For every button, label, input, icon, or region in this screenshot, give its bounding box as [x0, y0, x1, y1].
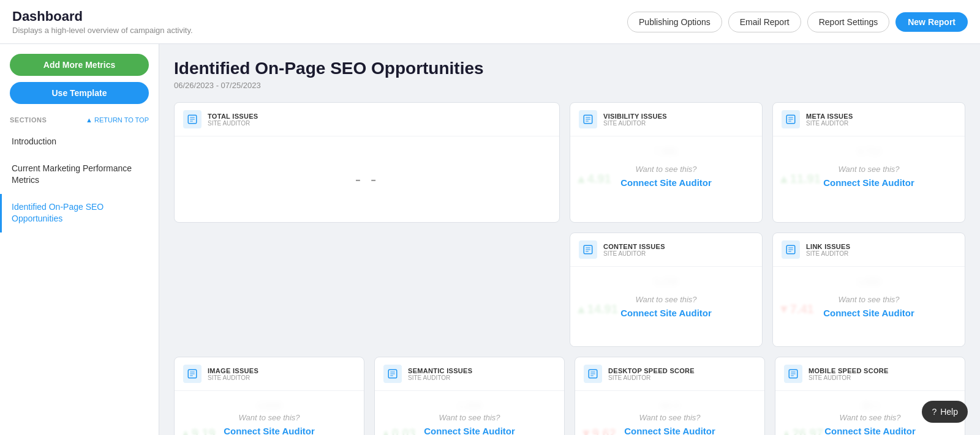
card-header-image: IMAGE ISSUES SITE AUDITOR: [175, 357, 364, 391]
main-content: Identified On-Page SEO Opportunities 06/…: [159, 44, 980, 435]
header-actions: Publishing Options Email Report Report S…: [627, 12, 968, 32]
card-mobile-speed: MOBILE SPEED SCORE SITE AUDITOR 38.1 Wan…: [775, 357, 965, 435]
cards-row1: TOTAL ISSUES SITE AUDITOR - - VISIBILITY…: [174, 102, 965, 223]
link-source: SITE AUDITOR: [806, 250, 850, 257]
layout: Add More Metrics Use Template SECTIONS ▲…: [0, 44, 980, 435]
link-body: 1,832 Want to see this? Connect Site Aud…: [773, 267, 965, 346]
new-report-button[interactable]: New Report: [895, 12, 968, 32]
total-issues-title: TOTAL ISSUES: [208, 113, 258, 120]
header-left: Dashboard Displays a high-level overview…: [12, 9, 193, 35]
add-more-metrics-button[interactable]: Add More Metrics: [10, 54, 149, 76]
arrow-up-icon: ▲: [86, 116, 92, 124]
semantic-connect-link[interactable]: Connect Site Auditor: [424, 426, 515, 435]
email-report-button[interactable]: Email Report: [728, 12, 801, 32]
mobile-connect-link[interactable]: Connect Site Auditor: [824, 426, 916, 435]
page-title: Identified On-Page SEO Opportunities: [174, 59, 965, 78]
help-button[interactable]: ? Help: [922, 401, 968, 423]
card-content-issues: CONTENT ISSUES SITE AUDITOR 5,234 Want t…: [570, 232, 763, 347]
link-title: LINK ISSUES: [806, 243, 850, 250]
semantic-want-to-see: Want to see this?: [439, 413, 500, 422]
content-source: SITE AUDITOR: [603, 250, 665, 257]
page-date: 06/26/2023 - 07/25/2023: [174, 81, 965, 90]
desktop-speed-title: DESKTOP SPEED SCORE: [608, 367, 695, 374]
total-issues-source: SITE AUDITOR: [208, 120, 258, 127]
visibility-connect-overlay: Want to see this? Connect Site Auditor: [570, 136, 762, 216]
content-connect-link[interactable]: Connect Site Auditor: [620, 308, 712, 318]
card-icon-semantic: [383, 365, 402, 383]
image-body: 2,819 Want to see this? Connect Site Aud…: [175, 391, 364, 435]
card-desktop-speed: DESKTOP SPEED SCORE SITE AUDITOR 64.3 Wa…: [575, 357, 765, 435]
card-header-semantic: SEMANTIC ISSUES SITE AUDITOR: [375, 357, 564, 391]
report-settings-button[interactable]: Report Settings: [807, 12, 890, 32]
link-connect-overlay: Want to see this? Connect Site Auditor: [773, 267, 965, 346]
mobile-want-to-see: Want to see this?: [839, 413, 900, 422]
content-body: 5,234 Want to see this? Connect Site Aud…: [570, 267, 762, 346]
cards-row2: CONTENT ISSUES SITE AUDITOR 5,234 Want t…: [174, 232, 965, 347]
semantic-body: 1,204 Want to see this? Connect Site Aud…: [375, 391, 564, 435]
card-icon-link: [782, 240, 800, 259]
link-want-to-see: Want to see this?: [838, 295, 899, 304]
meta-title: META ISSUES: [806, 113, 853, 120]
card-header-content: CONTENT ISSUES SITE AUDITOR: [570, 233, 762, 267]
sidebar-item-identified-seo[interactable]: Identified On-Page SEO Opportunities: [0, 194, 159, 232]
card-icon-meta: [782, 110, 800, 128]
visibility-title: VISIBILITY ISSUES: [603, 113, 667, 120]
card-header-meta: META ISSUES SITE AUDITOR: [773, 103, 965, 136]
card-semantic-issues: SEMANTIC ISSUES SITE AUDITOR 1,204 Want …: [374, 357, 565, 435]
card-icon-total-issues: [183, 110, 202, 128]
visibility-body: 7,481 Want to see this? Connect Site Aud…: [570, 136, 762, 216]
question-icon: ?: [932, 407, 937, 417]
card-icon-image: [183, 365, 202, 383]
sections-header: SECTIONS ▲ RETURN TO TOP: [0, 116, 159, 128]
image-connect-link[interactable]: Connect Site Auditor: [224, 426, 315, 435]
sidebar: Add More Metrics Use Template SECTIONS ▲…: [0, 44, 159, 435]
sections-label: SECTIONS: [10, 116, 47, 124]
cards-row3: IMAGE ISSUES SITE AUDITOR 2,819 Want to …: [174, 357, 965, 435]
card-header-mobile-speed: MOBILE SPEED SCORE SITE AUDITOR: [775, 357, 965, 391]
card-visibility-issues: VISIBILITY ISSUES SITE AUDITOR 7,481 Wan…: [570, 102, 763, 223]
image-connect-overlay: Want to see this? Connect Site Auditor: [175, 391, 364, 435]
card-icon-mobile-speed: [784, 365, 802, 383]
return-to-top-link[interactable]: ▲ RETURN TO TOP: [86, 116, 149, 124]
card-header-desktop-speed: DESKTOP SPEED SCORE SITE AUDITOR: [575, 357, 764, 391]
sidebar-item-introduction[interactable]: Introduction: [0, 128, 159, 155]
meta-want-to-see: Want to see this?: [838, 165, 899, 174]
sidebar-item-current-marketing[interactable]: Current Marketing Performance Metrics: [0, 155, 159, 194]
card-meta-issues: META ISSUES SITE AUDITOR 3,712 Want to s…: [772, 102, 965, 223]
visibility-connect-link[interactable]: Connect Site Auditor: [620, 177, 712, 188]
app-title: Dashboard: [12, 9, 193, 24]
meta-source: SITE AUDITOR: [806, 120, 853, 127]
card-header-link: LINK ISSUES SITE AUDITOR: [773, 233, 965, 267]
semantic-title: SEMANTIC ISSUES: [408, 367, 472, 374]
meta-body: 3,712 Want to see this? Connect Site Aud…: [773, 136, 965, 216]
desktop-connect-overlay: Want to see this? Connect Site Auditor: [575, 391, 764, 435]
image-title: IMAGE ISSUES: [208, 367, 258, 374]
card-total-issues: TOTAL ISSUES SITE AUDITOR - -: [174, 102, 560, 223]
header: Dashboard Displays a high-level overview…: [0, 0, 980, 44]
desktop-speed-body: 64.3 Want to see this? Connect Site Audi…: [575, 391, 764, 435]
card-image-issues: IMAGE ISSUES SITE AUDITOR 2,819 Want to …: [174, 357, 364, 435]
link-connect-link[interactable]: Connect Site Auditor: [823, 308, 914, 318]
meta-connect-overlay: Want to see this? Connect Site Auditor: [773, 136, 965, 216]
sidebar-nav: Introduction Current Marketing Performan…: [0, 128, 159, 232]
card-header-total-issues: TOTAL ISSUES SITE AUDITOR: [175, 103, 559, 136]
help-label: Help: [940, 407, 958, 417]
semantic-source: SITE AUDITOR: [408, 374, 472, 381]
content-title: CONTENT ISSUES: [603, 243, 665, 250]
publishing-options-button[interactable]: Publishing Options: [627, 12, 722, 32]
total-issues-body: - -: [175, 136, 559, 222]
visibility-want-to-see: Want to see this?: [635, 165, 696, 174]
content-connect-overlay: Want to see this? Connect Site Auditor: [570, 267, 762, 346]
content-want-to-see: Want to see this?: [635, 295, 696, 304]
card-link-issues: LINK ISSUES SITE AUDITOR 1,832 Want to s…: [772, 232, 965, 347]
app-subtitle: Displays a high-level overview of campai…: [12, 26, 193, 35]
image-want-to-see: Want to see this?: [238, 413, 300, 422]
semantic-connect-overlay: Want to see this? Connect Site Auditor: [375, 391, 564, 435]
card-icon-desktop-speed: [584, 365, 602, 383]
desktop-connect-link[interactable]: Connect Site Auditor: [624, 426, 715, 435]
total-issues-value: - -: [355, 169, 379, 189]
image-source: SITE AUDITOR: [208, 374, 258, 381]
card-icon-visibility: [579, 110, 597, 128]
meta-connect-link[interactable]: Connect Site Auditor: [823, 177, 914, 188]
use-template-button[interactable]: Use Template: [10, 82, 149, 104]
